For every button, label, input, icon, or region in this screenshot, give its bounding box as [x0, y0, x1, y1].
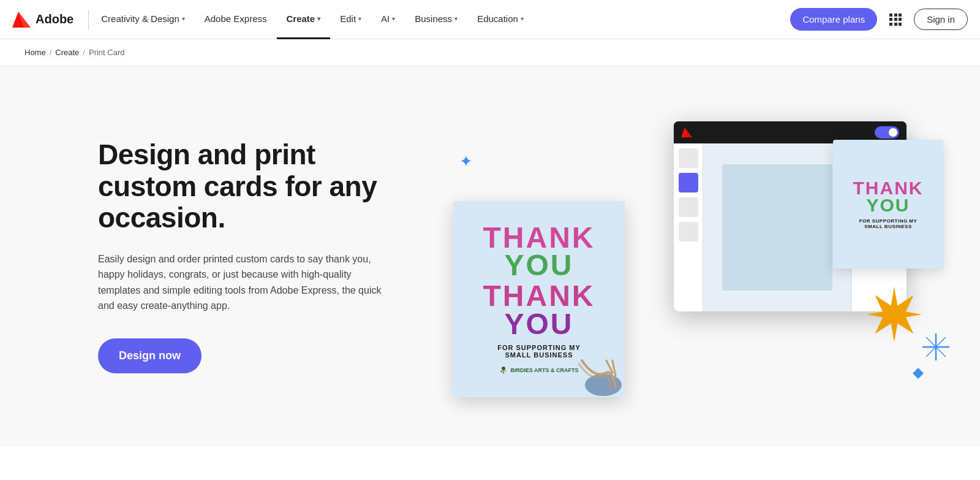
- breadcrumb-separator: /: [50, 48, 52, 57]
- svg-point-4: [502, 367, 505, 370]
- hero-title: Design and print custom cards for any oc…: [98, 139, 417, 234]
- chevron-down-icon: ▾: [358, 15, 361, 22]
- overlay-thank-you-card: THANK YOU FOR SUPPORTING MYSMALL BUSINES…: [833, 140, 943, 269]
- hero-section: Design and print custom cards for any oc…: [0, 66, 980, 446]
- app-sidebar: [674, 143, 703, 311]
- overlay-you: YOU: [853, 197, 924, 215]
- card-thank-2: THANK: [483, 282, 595, 310]
- adobe-logo[interactable]: Adobe: [12, 12, 74, 28]
- hero-content: Design and print custom cards for any oc…: [98, 139, 417, 373]
- app-toggle-knob: [889, 128, 897, 137]
- hero-description: Easily design and order printed custom c…: [98, 251, 386, 314]
- svg-point-6: [501, 371, 503, 373]
- app-canvas: [703, 143, 851, 311]
- apps-grid-icon[interactable]: [887, 11, 904, 28]
- chevron-down-icon: ▾: [182, 15, 185, 22]
- nav-item-edit[interactable]: Edit ▾: [330, 0, 371, 39]
- diamond-sparkle-icon: ✦: [459, 152, 473, 171]
- adobe-logo-text: Adobe: [36, 12, 74, 26]
- chevron-down-icon: ▾: [317, 15, 320, 22]
- app-toggle: [875, 126, 899, 139]
- design-now-button[interactable]: Design now: [98, 338, 202, 373]
- app-sidebar-active: [679, 173, 698, 192]
- breadcrumb-home[interactable]: Home: [24, 48, 46, 57]
- card-subtitle: FOR SUPPORTING MYSMALL BUSINESS: [497, 344, 581, 359]
- card-you-2: YOU: [483, 310, 595, 338]
- overlay-subtitle: FOR SUPPORTING MYSMALL BUSINESS: [859, 218, 918, 229]
- nav-right: Compare plans Sign in: [790, 8, 968, 31]
- nav-item-create[interactable]: Create ▾: [277, 0, 331, 39]
- nav-item-express[interactable]: Adobe Express: [195, 0, 277, 39]
- yarn-illustration: [570, 354, 625, 397]
- hero-visual: THANK YOU THANK YOU FOR SUPPORTING MYSMA…: [441, 103, 956, 410]
- breadcrumb: Home / Create / Print Card: [0, 39, 980, 66]
- chevron-down-icon: ▾: [454, 15, 458, 22]
- nav-item-business[interactable]: Business ▾: [405, 0, 467, 39]
- nav-item-creativity[interactable]: Creativity & Design ▾: [91, 0, 195, 39]
- nav-items: Creativity & Design ▾ Adobe Express Crea…: [91, 0, 790, 39]
- chevron-down-icon: ▾: [392, 15, 395, 22]
- app-sidebar-search: [679, 148, 698, 168]
- card-you-1: YOU: [483, 251, 595, 280]
- svg-line-9: [606, 360, 612, 373]
- compare-plans-button[interactable]: Compare plans: [790, 8, 877, 31]
- chevron-down-icon: ▾: [521, 15, 524, 22]
- nav-item-education[interactable]: Education ▾: [467, 0, 533, 39]
- cross-sparkle-icon: [922, 333, 949, 360]
- app-sidebar-item: [679, 222, 698, 242]
- starburst-decoration: [867, 287, 922, 342]
- main-nav: Adobe Creativity & Design ▾ Adobe Expres…: [0, 0, 980, 39]
- svg-rect-5: [503, 370, 504, 374]
- sign-in-button[interactable]: Sign in: [914, 9, 968, 30]
- svg-point-7: [505, 370, 507, 372]
- breadcrumb-current: Print Card: [89, 48, 125, 57]
- breadcrumb-separator: /: [83, 48, 85, 57]
- overlay-thank: THANK: [853, 180, 924, 197]
- main-thank-you-card: THANK YOU THANK YOU FOR SUPPORTING MYSMA…: [453, 201, 625, 397]
- app-sidebar-item: [679, 197, 698, 217]
- breadcrumb-create[interactable]: Create: [55, 48, 79, 57]
- nav-divider: [88, 10, 89, 29]
- canvas-preview: [722, 164, 833, 291]
- nav-item-ai[interactable]: AI ▾: [371, 0, 405, 39]
- small-diamond-icon: [913, 368, 924, 379]
- card-brand: BIRDIES ARTS & CRAFTS: [499, 366, 578, 375]
- card-thank-1: THANK: [483, 224, 595, 252]
